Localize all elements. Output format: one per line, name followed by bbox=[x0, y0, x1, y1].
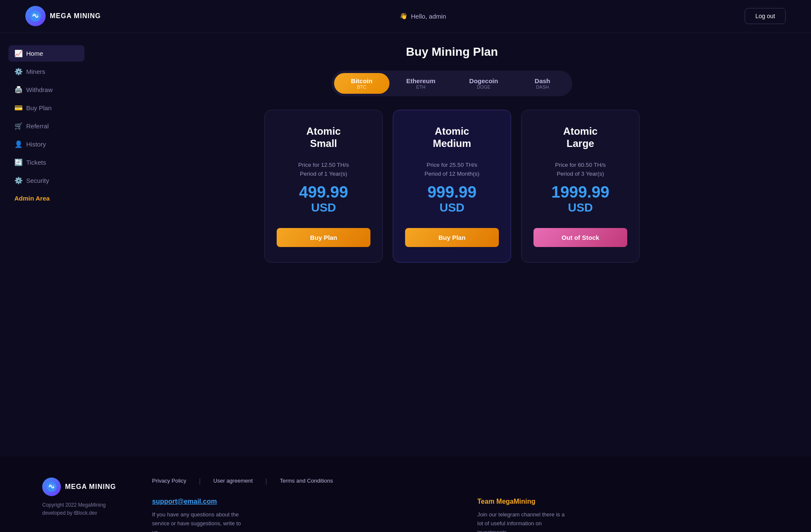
sidebar-item-tickets[interactable]: 🔄 Tickets bbox=[8, 154, 84, 171]
sidebar-item-withdraw[interactable]: 🖨️ Withdraw bbox=[8, 81, 84, 98]
home-icon: 📈 bbox=[14, 49, 22, 57]
plan-name-large: AtomicLarge bbox=[563, 125, 597, 150]
plan-currency-medium: USD bbox=[439, 201, 464, 214]
greeting-text: Hello, admin bbox=[411, 13, 446, 20]
header: MEGA MINING 👋 Hello, admin Log out bbox=[0, 0, 811, 33]
footer-columns: support@email.com If you have any questi… bbox=[152, 498, 769, 532]
plan-price-large: 1999.99 bbox=[551, 184, 609, 201]
footer-telegram-desc: Join our telegram channel there is a lot… bbox=[477, 510, 570, 532]
tab-eth[interactable]: Ethereum ETH bbox=[389, 73, 452, 94]
plan-currency-large: USD bbox=[568, 201, 593, 214]
tab-eth-sub: ETH bbox=[406, 84, 435, 90]
security-icon: ⚙️ bbox=[14, 176, 22, 185]
footer-logo: MEGA MINING bbox=[42, 478, 127, 496]
sidebar-item-referral[interactable]: 🛒 Referral bbox=[8, 118, 84, 134]
currency-tabs: Bitcoin BTC Ethereum ETH Dogecoin DOGE D… bbox=[332, 71, 572, 96]
footer-link-user-agreement[interactable]: User agreement bbox=[213, 478, 253, 485]
buy-plan-button-small[interactable]: Buy Plan bbox=[277, 228, 370, 247]
sidebar-item-buy-plan[interactable]: 💳 Buy Plan bbox=[8, 100, 84, 116]
header-logo-area: MEGA MINING bbox=[25, 6, 101, 26]
main-content: Buy Mining Plan Bitcoin BTC Ethereum ETH… bbox=[93, 33, 811, 431]
plan-name-medium: AtomicMedium bbox=[433, 125, 471, 150]
footer-copyright: Copyright 2022 MegaMiningdeveloped by tB… bbox=[42, 501, 127, 517]
greeting: 👋 Hello, admin bbox=[400, 12, 446, 20]
sidebar-item-miners[interactable]: ⚙️ Miners bbox=[8, 63, 84, 80]
plan-name-small: AtomicSmall bbox=[306, 125, 340, 150]
tab-btc-name: Bitcoin bbox=[351, 77, 373, 84]
plan-period-small: Period of 1 Year(s) bbox=[300, 171, 347, 177]
sidebar-label-home: Home bbox=[26, 50, 43, 57]
sidebar-item-home[interactable]: 📈 Home bbox=[8, 45, 84, 62]
footer-brand: MEGA MINING Copyright 2022 MegaMiningdev… bbox=[42, 478, 127, 517]
plan-price-small: 499.99 bbox=[299, 184, 348, 201]
sidebar-item-history[interactable]: 👤 History bbox=[8, 136, 84, 152]
logo-text: MEGA MINING bbox=[50, 12, 101, 20]
tab-dash-name: Dash bbox=[532, 77, 553, 84]
sidebar: 📈 Home ⚙️ Miners 🖨️ Withdraw 💳 Buy Plan … bbox=[0, 33, 93, 431]
tab-doge-name: Dogecoin bbox=[469, 77, 498, 84]
plan-card-medium: AtomicMedium Price for 25.50 TH/s Period… bbox=[393, 110, 511, 263]
sidebar-label-admin: Admin Area bbox=[14, 195, 50, 202]
sidebar-label-security: Security bbox=[26, 177, 49, 184]
footer-link-terms[interactable]: Terms and Conditions bbox=[280, 478, 333, 485]
tab-doge[interactable]: Dogecoin DOGE bbox=[452, 73, 515, 94]
sidebar-label-tickets: Tickets bbox=[26, 159, 46, 166]
sidebar-label-buy-plan: Buy Plan bbox=[26, 104, 52, 111]
plan-detail-large: Price for 60.50 TH/s bbox=[555, 162, 606, 168]
tab-dash[interactable]: Dash DASH bbox=[515, 73, 570, 94]
sidebar-item-admin[interactable]: Admin Area bbox=[8, 190, 84, 206]
miners-icon: ⚙️ bbox=[14, 68, 22, 76]
plan-detail-medium: Price for 25.50 TH/s bbox=[427, 162, 477, 168]
tab-eth-name: Ethereum bbox=[406, 77, 435, 84]
plan-card-small: AtomicSmall Price for 12.50 TH/s Period … bbox=[264, 110, 383, 263]
greeting-icon: 👋 bbox=[400, 12, 408, 20]
sidebar-label-miners: Miners bbox=[26, 68, 45, 75]
plan-detail-small: Price for 12.50 TH/s bbox=[298, 162, 349, 168]
referral-icon: 🛒 bbox=[14, 122, 22, 130]
plan-price-medium: 999.99 bbox=[427, 184, 476, 201]
page-title: Buy Mining Plan bbox=[118, 45, 786, 59]
out-of-stock-button-large[interactable]: Out of Stock bbox=[533, 228, 627, 247]
tab-btc-sub: BTC bbox=[351, 84, 373, 90]
buy-plan-button-medium[interactable]: Buy Plan bbox=[405, 228, 499, 247]
footer-logo-text: MEGA MINING bbox=[65, 483, 116, 491]
sidebar-item-security[interactable]: ⚙️ Security bbox=[8, 172, 84, 189]
plan-period-large: Period of 3 Year(s) bbox=[557, 171, 604, 177]
footer-telegram-title: Team MegaMining bbox=[477, 498, 769, 505]
footer-links: Privacy Policy | User agreement | Terms … bbox=[152, 478, 769, 485]
footer-content: Privacy Policy | User agreement | Terms … bbox=[152, 478, 769, 532]
footer-link-privacy[interactable]: Privacy Policy bbox=[152, 478, 186, 485]
footer-logo-icon bbox=[42, 478, 61, 496]
footer-support-email[interactable]: support@email.com bbox=[152, 498, 444, 505]
tickets-icon: 🔄 bbox=[14, 158, 22, 166]
main-layout: 📈 Home ⚙️ Miners 🖨️ Withdraw 💳 Buy Plan … bbox=[0, 33, 811, 431]
buy-plan-icon: 💳 bbox=[14, 104, 22, 112]
plan-currency-small: USD bbox=[311, 201, 336, 214]
footer-col-telegram: Team MegaMining Join our telegram channe… bbox=[477, 498, 769, 532]
sidebar-label-withdraw: Withdraw bbox=[26, 86, 53, 93]
plan-card-large: AtomicLarge Price for 60.50 TH/s Period … bbox=[521, 110, 640, 263]
sidebar-label-history: History bbox=[26, 141, 46, 148]
plan-period-medium: Period of 12 Month(s) bbox=[425, 171, 479, 177]
footer-support-desc: If you have any questions about the serv… bbox=[152, 510, 245, 532]
logo-icon bbox=[25, 6, 46, 26]
tab-btc[interactable]: Bitcoin BTC bbox=[334, 73, 389, 94]
withdraw-icon: 🖨️ bbox=[14, 86, 22, 94]
logout-button[interactable]: Log out bbox=[745, 8, 786, 24]
history-icon: 👤 bbox=[14, 140, 22, 148]
tab-dash-sub: DASH bbox=[532, 84, 553, 90]
sidebar-label-referral: Referral bbox=[26, 122, 49, 130]
footer: MEGA MINING Copyright 2022 MegaMiningdev… bbox=[0, 456, 811, 532]
footer-col-support: support@email.com If you have any questi… bbox=[152, 498, 444, 532]
plans-grid: AtomicSmall Price for 12.50 TH/s Period … bbox=[118, 110, 786, 263]
tab-doge-sub: DOGE bbox=[469, 84, 498, 90]
